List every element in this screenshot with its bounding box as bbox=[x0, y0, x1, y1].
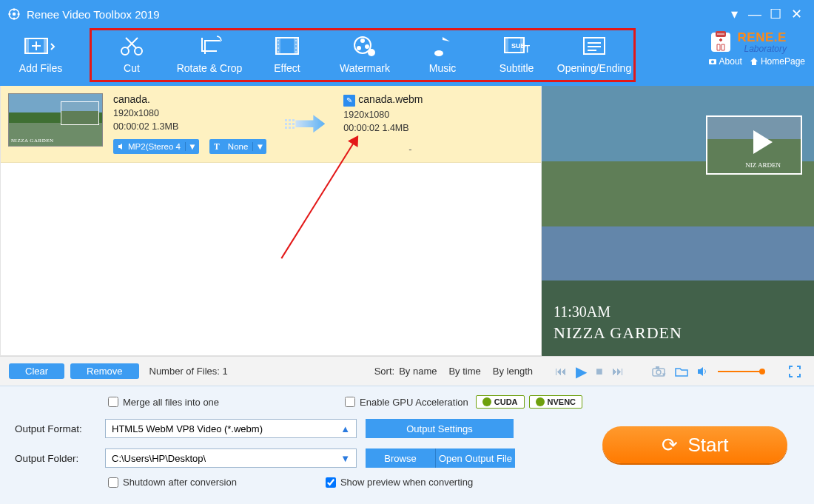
preview-video[interactable]: NIZ ARDEN 11:30AM NIZZA GARDEN bbox=[542, 86, 814, 356]
open-output-file-button[interactable]: Open Output File bbox=[435, 448, 515, 468]
source-resolution: 1920x1080 bbox=[113, 108, 266, 118]
clear-button[interactable]: Clear bbox=[9, 363, 64, 379]
svg-point-3 bbox=[18, 13, 20, 16]
cuda-badge: CUDA bbox=[476, 395, 525, 409]
add-files-icon bbox=[0, 33, 81, 59]
effect-button[interactable]: Effect bbox=[250, 28, 324, 74]
preview-panel: NIZ ARDEN 11:30AM NIZZA GARDEN bbox=[542, 86, 814, 356]
start-button[interactable]: ⟳ Start bbox=[602, 426, 787, 463]
brand-subtitle: Laboratory bbox=[738, 44, 787, 54]
show-preview-checkbox[interactable]: Show preview when converting bbox=[326, 477, 473, 488]
file-row[interactable]: canada. 1920x1080 00:00:02 1.3MB MP2(Ste… bbox=[1, 86, 541, 163]
svg-point-31 bbox=[656, 370, 661, 374]
output-format-label: Output Format: bbox=[15, 423, 96, 434]
file-list: canada. 1920x1080 00:00:02 1.3MB MP2(Ste… bbox=[0, 86, 542, 356]
maximize-button[interactable]: ☐ bbox=[765, 4, 786, 24]
shutdown-checkbox[interactable]: Shutdown after conversion bbox=[108, 477, 237, 488]
rotate-label: Rotate & Crop bbox=[169, 62, 250, 74]
minimize-button[interactable]: — bbox=[744, 4, 765, 24]
rotate-crop-button[interactable]: Rotate & Crop bbox=[169, 28, 250, 74]
sort-by-length[interactable]: By length bbox=[493, 366, 533, 377]
stop-button[interactable]: ■ bbox=[596, 365, 603, 378]
cut-label: Cut bbox=[95, 62, 169, 74]
output-file-name: ✎canada.webm bbox=[343, 93, 477, 107]
volume-slider[interactable] bbox=[718, 371, 762, 372]
list-action-strip: Clear Remove Number of Files: 1 Sort: By… bbox=[0, 356, 542, 386]
brand-name: RENE.E bbox=[738, 30, 787, 45]
output-format-select[interactable]: HTML5 WebM VP8 Video (*.webm)▲ bbox=[105, 419, 357, 438]
home-icon bbox=[750, 57, 758, 66]
browse-button[interactable]: Browse bbox=[366, 448, 435, 468]
watermark-button[interactable]: Watermark bbox=[324, 28, 406, 74]
edit-icon[interactable]: ✎ bbox=[343, 95, 355, 107]
volume-button[interactable] bbox=[697, 366, 709, 377]
cuda-text: CUDA bbox=[494, 397, 518, 406]
about-link[interactable]: About bbox=[708, 56, 742, 67]
fullscreen-button[interactable] bbox=[789, 366, 801, 377]
player-controls: ⏮ ▶ ■ ⏭ ▾ bbox=[542, 356, 814, 386]
preview-title-overlay: NIZZA GARDEN bbox=[554, 323, 682, 343]
svg-point-16 bbox=[365, 44, 369, 49]
add-files-button[interactable]: Add Files bbox=[0, 28, 81, 74]
brand-block: RENE.E Laboratory About HomePage bbox=[708, 30, 805, 67]
dropdown-menu-button[interactable]: ▾ bbox=[724, 4, 744, 24]
preview-time-overlay: 11:30AM bbox=[554, 303, 610, 320]
music-button[interactable]: Music bbox=[406, 28, 480, 74]
file-count-label: Number of Files: 1 bbox=[149, 366, 228, 377]
speaker-icon bbox=[118, 143, 125, 150]
svg-rect-32 bbox=[656, 366, 659, 369]
filmstrip-icon bbox=[250, 33, 324, 59]
svg-point-4 bbox=[13, 18, 16, 20]
nvenc-text: NVENC bbox=[548, 397, 576, 406]
merge-label: Merge all files into one bbox=[123, 397, 219, 408]
settings-panel: Merge all files into one Enable GPU Acce… bbox=[0, 386, 814, 504]
merge-checkbox[interactable]: Merge all files into one bbox=[108, 397, 219, 408]
watermark-icon bbox=[324, 33, 406, 59]
output-settings-button[interactable]: Output Settings bbox=[366, 419, 514, 438]
opening-ending-button[interactable]: Opening/Ending bbox=[554, 28, 635, 74]
cut-button[interactable]: Cut bbox=[95, 28, 169, 74]
snapshot-button[interactable]: ▾ bbox=[652, 365, 666, 378]
open-folder-button[interactable] bbox=[675, 366, 688, 377]
opening-label: Opening/Ending bbox=[554, 62, 635, 74]
preview-inset-text: NIZ ARDEN bbox=[745, 161, 781, 169]
sub-sel-text: None bbox=[228, 142, 249, 151]
output-resolution: 1920x1080 bbox=[343, 110, 477, 120]
play-overlay-icon bbox=[753, 130, 773, 154]
output-folder-label: Output Folder: bbox=[15, 453, 96, 464]
svg-point-1 bbox=[13, 13, 16, 16]
audio-track-selector[interactable]: MP2(Stereo 4▼ bbox=[113, 139, 199, 154]
svg-point-19 bbox=[434, 50, 443, 56]
svg-point-2 bbox=[13, 9, 16, 11]
subtitle-selector[interactable]: T None▼ bbox=[209, 139, 266, 154]
output-format-value: HTML5 WebM VP8 Video (*.webm) bbox=[112, 423, 263, 434]
output-folder-input[interactable]: C:\Users\HP\Desktop\▼ bbox=[105, 448, 357, 468]
start-label: Start bbox=[688, 434, 729, 457]
watermark-label: Watermark bbox=[324, 62, 406, 74]
music-note-icon bbox=[406, 33, 480, 59]
camera-icon bbox=[708, 57, 717, 66]
play-button[interactable]: ▶ bbox=[576, 363, 587, 380]
subtitle-button[interactable]: SUBT Subtitle bbox=[480, 28, 554, 74]
music-label: Music bbox=[406, 62, 480, 74]
sort-by-time[interactable]: By time bbox=[448, 366, 480, 377]
prev-button[interactable]: ⏮ bbox=[555, 365, 567, 378]
svg-point-17 bbox=[357, 46, 361, 50]
out-name-text: canada.webm bbox=[358, 93, 423, 105]
svg-text:T: T bbox=[524, 42, 530, 55]
shutdown-label: Shutdown after conversion bbox=[123, 477, 237, 488]
source-file-name: canada. bbox=[113, 93, 266, 105]
gpu-checkbox[interactable]: Enable GPU Acceleration bbox=[345, 397, 468, 408]
svg-rect-8 bbox=[44, 38, 47, 53]
scissors-icon bbox=[95, 33, 169, 59]
homepage-label: HomePage bbox=[761, 56, 805, 67]
next-button[interactable]: ⏭ bbox=[612, 365, 624, 378]
svg-point-18 bbox=[368, 49, 375, 56]
conversion-arrow bbox=[283, 93, 327, 155]
sort-by-name[interactable]: By name bbox=[399, 366, 437, 377]
close-button[interactable]: ✕ bbox=[786, 4, 807, 24]
svg-point-29 bbox=[711, 61, 714, 64]
remove-button[interactable]: Remove bbox=[70, 363, 138, 379]
homepage-link[interactable]: HomePage bbox=[750, 56, 805, 67]
title-bar: Renee Video Toolbox 2019 ▾ — ☐ ✕ bbox=[0, 0, 814, 28]
